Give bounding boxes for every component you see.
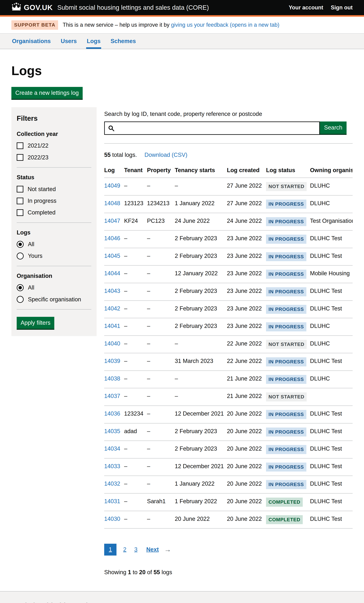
log-id-link[interactable]: 14035 <box>104 428 120 434</box>
cell-tenancy-starts: – <box>175 388 227 406</box>
cell-log-status: IN PROGRESS <box>266 248 310 266</box>
page-link-3[interactable]: 3 <box>133 544 139 555</box>
checkbox-unchecked-icon[interactable] <box>17 186 23 192</box>
cell-log-created: 21 June 2022 <box>227 371 266 388</box>
search-button[interactable]: Search <box>320 121 347 135</box>
filter-option-all[interactable]: All <box>17 284 91 291</box>
radio-checked-icon[interactable] <box>17 284 24 291</box>
table-row: 14031–Sarah11 February 202220 June 2022C… <box>104 493 353 511</box>
cell-owning-organisation: DLUHC Test <box>310 458 353 476</box>
cell-log: 14048 <box>104 195 124 213</box>
cell-log: 14031 <box>104 493 124 511</box>
log-id-link[interactable]: 14033 <box>104 463 120 469</box>
log-id-link[interactable]: 14032 <box>104 480 120 487</box>
total-logs-text: 55 total logs. <box>104 151 137 159</box>
log-id-link[interactable]: 14043 <box>104 288 120 294</box>
cell-tenant: 123123 <box>124 195 147 213</box>
filter-option-yours[interactable]: Yours <box>17 252 91 260</box>
tab-schemes: Schemes <box>110 34 137 49</box>
cell-tenancy-starts: – <box>175 178 227 195</box>
cell-log-status: IN PROGRESS <box>266 371 310 388</box>
log-id-link[interactable]: 14034 <box>104 445 120 452</box>
filter-option-in-progress[interactable]: In progress <box>17 197 91 205</box>
checkbox-unchecked-icon[interactable] <box>17 154 23 161</box>
log-id-link[interactable]: 14046 <box>104 235 120 242</box>
log-id-link[interactable]: 14045 <box>104 253 120 259</box>
cell-owning-organisation: DLUHC Test <box>310 230 353 248</box>
cell-log-status: NOT STARTED <box>266 178 310 195</box>
log-id-link[interactable]: 14048 <box>104 200 120 206</box>
log-id-link[interactable]: 14037 <box>104 393 120 399</box>
feedback-link[interactable]: giving us your feedback (opens in a new … <box>171 22 279 28</box>
govuk-logo[interactable]: GOV.UK <box>11 3 53 12</box>
radio-unchecked-icon[interactable] <box>17 296 24 303</box>
filter-option-completed[interactable]: Completed <box>17 209 91 216</box>
cell-owning-organisation: DLUHC <box>310 178 353 195</box>
search-input[interactable] <box>104 121 320 135</box>
log-id-link[interactable]: 14049 <box>104 183 120 189</box>
log-id-link[interactable]: 14036 <box>104 410 120 417</box>
filters-divider <box>17 222 91 223</box>
page-current[interactable]: 1 <box>104 544 117 555</box>
log-id-link[interactable]: 14042 <box>104 305 120 312</box>
log-id-link[interactable]: 14040 <box>104 340 120 347</box>
cell-log: 14035 <box>104 423 124 441</box>
status-badge: IN PROGRESS <box>266 252 306 261</box>
radio-checked-icon[interactable] <box>17 241 24 248</box>
service-name-link[interactable]: Submit social housing lettings and sales… <box>57 3 209 12</box>
cell-tenancy-starts: 31 March 2023 <box>175 353 227 371</box>
log-id-link[interactable]: 14030 <box>104 516 120 522</box>
checkbox-unchecked-icon[interactable] <box>17 197 23 204</box>
log-id-link[interactable]: 14038 <box>104 375 120 382</box>
cell-owning-organisation: DLUHC Test <box>310 441 353 458</box>
cell-log-status: NOT STARTED <box>266 336 310 353</box>
cell-tenant: – <box>124 441 147 458</box>
cell-log-created: 20 June 2022 <box>227 493 266 511</box>
radio-unchecked-icon[interactable] <box>17 253 24 259</box>
cell-tenant: – <box>124 301 147 318</box>
create-lettings-log-button[interactable]: Create a new lettings log <box>11 87 83 99</box>
cell-tenancy-starts: 2 February 2023 <box>175 248 227 266</box>
checkbox-unchecked-icon[interactable] <box>17 142 23 149</box>
tab-link-users[interactable]: Users <box>60 34 78 49</box>
filter-option-specific-organisation[interactable]: Specific organisation <box>17 296 91 303</box>
cell-tenant: – <box>124 476 147 493</box>
log-id-link[interactable]: 14039 <box>104 358 120 364</box>
cell-log-created: 22 June 2022 <box>227 353 266 371</box>
cell-log-created: 27 June 2022 <box>227 195 266 213</box>
log-id-link[interactable]: 14044 <box>104 270 120 277</box>
checkbox-unchecked-icon[interactable] <box>17 209 23 216</box>
page-link-2[interactable]: 2 <box>122 544 128 555</box>
log-id-link[interactable]: 14041 <box>104 323 120 329</box>
cell-owning-organisation: DLUHC <box>310 336 353 353</box>
log-id-link[interactable]: 14047 <box>104 218 120 224</box>
search-label: Search by log ID, tenant code, property … <box>104 110 353 118</box>
tab-link-schemes[interactable]: Schemes <box>110 34 137 49</box>
cell-log: 14049 <box>104 178 124 195</box>
next-page-link[interactable]: Next <box>146 546 159 553</box>
cell-log: 14033 <box>104 458 124 476</box>
sign-out-link[interactable]: Sign out <box>331 4 353 11</box>
apply-filters-button[interactable]: Apply filters <box>17 317 54 329</box>
cell-tenancy-starts: – <box>175 336 227 353</box>
filter-option-2022-23[interactable]: 2022/23 <box>17 154 91 161</box>
cell-log-status: IN PROGRESS <box>266 283 310 301</box>
your-account-link[interactable]: Your account <box>289 4 323 11</box>
cell-log: 14045 <box>104 248 124 266</box>
cell-owning-organisation <box>310 388 353 406</box>
log-id-link[interactable]: 14031 <box>104 498 120 504</box>
filter-option-not-started[interactable]: Not started <box>17 186 91 193</box>
status-badge: IN PROGRESS <box>266 235 306 244</box>
tab-link-logs[interactable]: Logs <box>86 34 101 49</box>
cell-tenancy-starts: 2 February 2023 <box>175 318 227 336</box>
table-row: 14042––2 February 202323 June 2022IN PRO… <box>104 301 353 318</box>
filter-option-all[interactable]: All <box>17 241 91 248</box>
cell-log: 14044 <box>104 266 124 283</box>
cell-property: – <box>147 423 175 441</box>
download-csv-link[interactable]: Download (CSV) <box>144 151 188 159</box>
tab-link-organisations[interactable]: Organisations <box>11 34 51 49</box>
cell-property: – <box>147 318 175 336</box>
filter-option-2021-22[interactable]: 2021/22 <box>17 142 91 149</box>
cell-tenancy-starts: 2 February 2023 <box>175 301 227 318</box>
cell-tenancy-starts: 12 December 2021 <box>175 406 227 423</box>
